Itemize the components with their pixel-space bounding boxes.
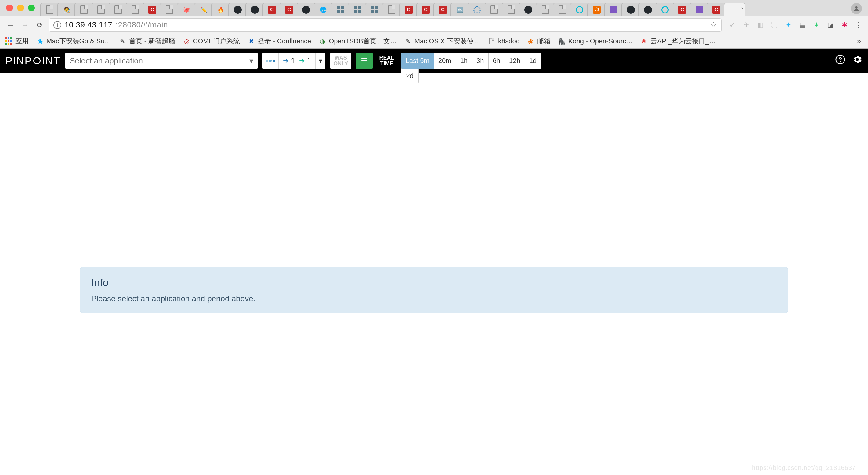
bookmark-overflow[interactable]: » (855, 36, 863, 46)
help-icon[interactable]: ? (835, 54, 845, 67)
browser-tab[interactable] (604, 3, 623, 16)
browser-tab[interactable]: 印 (587, 3, 606, 16)
realtime-label[interactable]: REAL TIME (377, 53, 396, 69)
bookmark-item[interactable]: ◑OpenTSDB首页、文… (318, 37, 397, 46)
bookmark-favicon-icon: ◎ (183, 37, 190, 45)
browser-tab[interactable] (331, 3, 350, 16)
browser-tab[interactable]: 🧑‍🎨 (57, 3, 76, 16)
call-count-dropdown[interactable]: ▾ (316, 53, 326, 69)
window-maximize[interactable] (28, 5, 35, 11)
time-range-option[interactable]: 1h (456, 53, 472, 69)
browser-tab[interactable] (468, 3, 487, 16)
browser-tab[interactable]: C (707, 3, 726, 16)
bookmark-favicon-icon: ◑ (318, 37, 326, 45)
favicon-icon: C (405, 6, 413, 14)
bookmark-item[interactable]: ✎首页 - 新智超脑 (119, 37, 176, 46)
browser-tab[interactable]: C (262, 3, 281, 16)
apps-shortcut[interactable]: 应用 (5, 37, 29, 46)
browser-menu-icon[interactable]: ⋮ (854, 21, 863, 30)
bookmark-item[interactable]: ◉邮箱 (527, 37, 551, 46)
reload-button[interactable]: ⟳ (34, 20, 45, 31)
bookmark-item[interactable]: 🦍Kong - Open-Sourc… (558, 37, 633, 45)
browser-tab[interactable] (297, 3, 316, 16)
settings-gear-icon[interactable] (852, 54, 863, 67)
browser-tab[interactable]: C (280, 3, 299, 16)
browser-tab[interactable] (656, 3, 675, 16)
bookmark-item[interactable]: ◉Mac下安装Go & Su… (36, 37, 112, 46)
extensions-icon[interactable]: ✶ (812, 21, 821, 30)
time-range-option[interactable]: 6h (489, 53, 505, 69)
time-range-option[interactable]: 12h (505, 53, 525, 69)
ext-icon[interactable]: ✈ (742, 21, 751, 30)
application-select[interactable]: Select an application ▾ (65, 53, 257, 69)
bookmark-item[interactable]: ✖登录 - Confluence (247, 37, 311, 46)
browser-tab[interactable]: 🐙 (177, 3, 196, 16)
window-close[interactable] (6, 5, 13, 11)
bookmark-star-icon[interactable]: ☆ (710, 20, 717, 30)
bookmark-item[interactable]: ❀云API_华为云接口_… (640, 37, 716, 46)
ext-icon[interactable]: ⛶ (770, 21, 779, 30)
browser-tab[interactable] (690, 3, 709, 16)
bidirectional-toggle[interactable] (262, 53, 279, 69)
ext-icon[interactable]: ✔ (727, 21, 737, 30)
pinpoint-logo[interactable]: PINPINT (5, 55, 60, 67)
document-icon (491, 5, 498, 14)
browser-tab[interactable]: ✏️ (194, 3, 213, 16)
close-icon[interactable]: × (741, 6, 744, 11)
browser-tab[interactable] (639, 3, 657, 16)
time-range-option[interactable]: 2d (401, 69, 418, 83)
inbound-count[interactable]: ➔1 ➔1 (279, 53, 316, 69)
browser-tab[interactable]: C (416, 3, 435, 16)
ext-icon[interactable]: ⬓ (798, 21, 807, 30)
bookmark-label: COME门户系统 (193, 37, 240, 46)
browser-tab[interactable] (348, 3, 367, 16)
browser-tab[interactable] (228, 3, 247, 16)
browser-tab[interactable] (365, 3, 384, 16)
browser-tab[interactable] (621, 3, 640, 16)
browser-tab[interactable]: 🔤 (451, 3, 469, 16)
back-button[interactable]: ← (5, 20, 16, 31)
real-label: REAL (379, 55, 394, 61)
browser-tab[interactable] (245, 3, 264, 16)
browser-tab-active[interactable]: × (724, 3, 745, 16)
bookmark-item[interactable]: k8sdoc (488, 37, 520, 45)
ext-icon[interactable]: ✱ (840, 21, 849, 30)
ext-icon[interactable]: ◧ (756, 21, 765, 30)
browser-tab[interactable]: C (673, 3, 691, 16)
browser-tab[interactable] (92, 3, 111, 16)
omnibox[interactable]: i 10.39.43.117:28080/#/main ☆ (49, 18, 721, 32)
server-map-list-toggle[interactable]: ☰ (356, 53, 373, 69)
forward-button[interactable]: → (20, 20, 31, 31)
browser-tab[interactable]: 🔥 (211, 3, 230, 16)
time-range-option[interactable]: 20m (434, 53, 456, 69)
browser-tab[interactable]: C (399, 3, 418, 16)
browser-tab[interactable] (108, 3, 128, 16)
browser-tab[interactable] (519, 3, 538, 16)
ext-icon[interactable]: ◪ (826, 21, 835, 30)
time-range-option[interactable]: 1d (525, 53, 541, 69)
browser-tab[interactable] (553, 3, 572, 16)
ext-icon[interactable]: ✦ (784, 21, 793, 30)
browser-tab[interactable]: C (433, 3, 452, 16)
profile-avatar[interactable] (851, 3, 862, 14)
bookmark-item[interactable]: ◎COME门户系统 (183, 37, 240, 46)
browser-tab[interactable]: 🌐 (314, 3, 333, 16)
browser-tab[interactable] (126, 3, 145, 16)
browser-tab[interactable]: C (143, 3, 162, 16)
was-only-toggle[interactable]: WAS ONLY (330, 53, 351, 69)
time-range-option[interactable]: 3h (472, 53, 488, 69)
outbound-value: 1 (307, 57, 311, 65)
browser-tab[interactable] (570, 3, 589, 16)
browser-tab[interactable] (382, 3, 401, 16)
browser-tab[interactable] (74, 3, 93, 16)
site-info-icon[interactable]: i (54, 21, 61, 29)
browser-tab[interactable] (40, 3, 59, 16)
window-minimize[interactable] (17, 5, 24, 11)
browser-tab[interactable] (160, 3, 179, 16)
browser-tab[interactable] (536, 3, 555, 16)
time-range-option[interactable]: Last 5m (401, 53, 434, 69)
browser-tab[interactable] (502, 3, 521, 16)
browser-tab[interactable] (485, 3, 504, 16)
bookmark-item[interactable]: ✎Mac OS X 下安装使… (404, 37, 480, 46)
favicon-icon: C (712, 6, 720, 14)
